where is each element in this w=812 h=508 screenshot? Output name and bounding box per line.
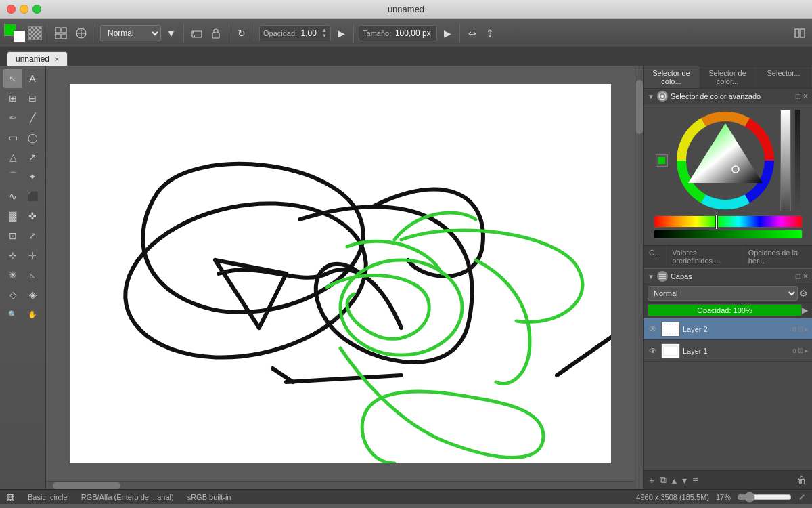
svg-rect-18	[662, 323, 679, 335]
fill-tool[interactable]: ⬛	[23, 187, 42, 206]
tag-tool[interactable]: ⊞	[3, 89, 22, 108]
opacity-label: Opacidad:	[263, 29, 297, 37]
maximize-button[interactable]	[32, 5, 41, 14]
green-channel-bar[interactable]	[654, 230, 803, 239]
crop-tool[interactable]: ⊡	[3, 226, 22, 245]
color-tab-1[interactable]: Selector de colo...	[644, 66, 700, 88]
layers-float-button[interactable]: □	[796, 272, 800, 281]
color-wheel-svg[interactable]	[675, 110, 776, 211]
layers-close-button[interactable]: ×	[803, 272, 808, 281]
alpha-strip[interactable]	[795, 110, 800, 211]
window-controls[interactable]	[7, 5, 41, 14]
similar-select-tool[interactable]: ∿	[3, 187, 22, 206]
h-scrollbar-thumb[interactable]	[53, 482, 120, 489]
h-scrollbar[interactable]	[46, 481, 635, 489]
layers-tab-preset[interactable]: Valores predefinidos ...	[667, 246, 743, 268]
move-layer-up-button[interactable]: ▴	[671, 473, 678, 487]
line-tool[interactable]	[23, 108, 42, 127]
warp-tool[interactable]: ⊹	[3, 246, 22, 265]
tool-row-shapes	[1, 128, 44, 147]
reference-tool[interactable]: ◈	[23, 285, 42, 304]
layers-opacity-arrow[interactable]: ▶	[802, 305, 808, 315]
multibrush-tool[interactable]: ✳	[3, 266, 22, 284]
alpha-lock-button[interactable]	[208, 24, 224, 43]
mirror-h-button[interactable]: ⇔	[465, 24, 480, 43]
layers-opacity-bar[interactable]: Opacidad: 100%	[648, 304, 802, 316]
panel-button[interactable]	[792, 24, 808, 43]
move-tool[interactable]: ✛	[23, 246, 42, 265]
pan-tool[interactable]	[23, 305, 42, 324]
polygon-tool[interactable]: △	[3, 148, 22, 167]
mirror-v-button[interactable]: ⇕	[482, 24, 497, 43]
blend-arrow[interactable]: ▼	[164, 24, 179, 43]
status-dimensions[interactable]: 4960 x 3508 (185.5M)	[636, 493, 709, 501]
layer-row-1[interactable]: 👁 Layer 1 α ⊡ ▸	[644, 340, 812, 362]
path-tool[interactable]: ↗	[23, 148, 42, 167]
transform-tool[interactable]: ⤢	[23, 226, 42, 245]
panel-close-button[interactable]: ×	[803, 91, 808, 101]
v-scrollbar-thumb[interactable]	[636, 80, 643, 134]
minimize-button[interactable]	[20, 5, 28, 14]
opacity-control: Opacidad: 1,00 ▲ ▼	[259, 25, 331, 41]
layers-blend-mode-select[interactable]: Normal Multiply Screen	[648, 286, 798, 301]
size-extra[interactable]: ▶	[440, 24, 455, 43]
layer-2-alpha-icon: α	[792, 325, 796, 333]
color-selector[interactable]	[4, 24, 26, 43]
grid-tool[interactable]: ⊟	[23, 89, 42, 108]
zoom-slider[interactable]	[738, 492, 792, 503]
color-hue-bar[interactable]	[654, 215, 803, 228]
opacity-down[interactable]: ▼	[321, 33, 327, 39]
opacity-value[interactable]: 1,00	[298, 28, 319, 38]
assistant-tool[interactable]: ⊾	[23, 266, 42, 284]
text-tool[interactable]	[23, 69, 42, 88]
layers-filter-button[interactable]: ⚙	[799, 288, 808, 299]
layer-2-visibility[interactable]: 👁	[648, 324, 658, 335]
drawing-canvas[interactable]	[70, 84, 611, 463]
close-button[interactable]	[7, 5, 16, 14]
opacity-extra[interactable]: ▶	[334, 24, 348, 43]
hex-color-input[interactable]	[656, 154, 668, 167]
opacity-arrows[interactable]: ▲ ▼	[321, 28, 327, 39]
color-wheel-container[interactable]	[675, 110, 776, 211]
delete-layer-button[interactable]: 🗑	[796, 473, 808, 487]
brightness-strip[interactable]	[780, 110, 791, 211]
cursor-tool[interactable]	[3, 69, 22, 88]
v-scrollbar[interactable]	[635, 66, 643, 489]
add-layer-button[interactable]: +	[648, 473, 656, 487]
layers-tab-c[interactable]: C...	[644, 246, 667, 268]
tab-close[interactable]: ×	[55, 55, 59, 63]
pattern-selector[interactable]	[28, 26, 42, 40]
freehand-select-tool[interactable]: ⌒	[3, 167, 22, 186]
zoom-tool[interactable]	[3, 305, 22, 324]
canvas-wrapper[interactable]	[46, 66, 635, 481]
sampler-tool[interactable]: ✜	[23, 207, 42, 226]
move-layer-down-button[interactable]: ▾	[681, 473, 688, 487]
erase-button[interactable]	[189, 24, 205, 43]
panel-float-button[interactable]: □	[796, 91, 800, 101]
fullscreen-button[interactable]: ⤢	[798, 492, 805, 502]
layer-options-button[interactable]: ≡	[691, 473, 699, 487]
reload-button[interactable]: ↻	[234, 24, 249, 43]
sep7	[459, 24, 460, 43]
brush-tool[interactable]	[3, 108, 22, 127]
ellipse-tool[interactable]	[23, 128, 42, 147]
background-color[interactable]	[14, 30, 26, 43]
blend-mode-select[interactable]: Normal Multiply Screen Overlay	[100, 25, 161, 41]
gradient-tool[interactable]: ▓	[3, 207, 22, 226]
measure-tool[interactable]: ◇	[3, 285, 22, 304]
canvas[interactable]	[70, 84, 611, 463]
layer-row-2[interactable]: 👁 Layer 2 α ⊡ ▸	[644, 318, 812, 340]
size-value[interactable]: 100,00 px	[392, 28, 433, 38]
color-tab-3[interactable]: Selector...	[756, 66, 812, 88]
preset-brush-button[interactable]	[52, 24, 70, 43]
rect-tool[interactable]	[3, 128, 22, 147]
layers-tab-options[interactable]: Opciones de la her...	[743, 246, 812, 268]
wrap-brush-button[interactable]	[72, 24, 90, 43]
color-tab-2[interactable]: Selector de color...	[700, 66, 756, 88]
panel-collapse-arrow[interactable]: ▼	[648, 93, 654, 100]
layer-1-visibility[interactable]: 👁	[648, 345, 658, 356]
active-tab[interactable]: unnamed ×	[7, 51, 68, 66]
layers-collapse-arrow[interactable]: ▼	[648, 273, 654, 280]
contiguous-select-tool[interactable]: ✦	[23, 167, 42, 186]
copy-layer-button[interactable]: ⧉	[658, 473, 668, 487]
